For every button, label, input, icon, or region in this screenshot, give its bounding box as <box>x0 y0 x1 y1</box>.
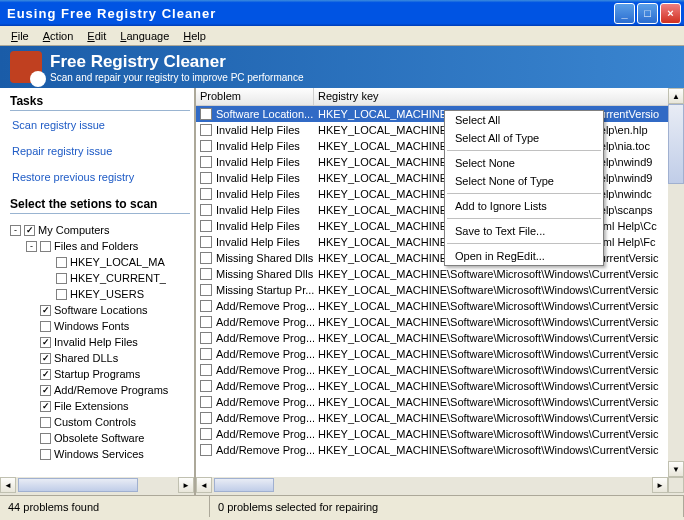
scroll-up-icon[interactable]: ▲ <box>668 88 684 104</box>
tree-item[interactable]: -My Computers <box>10 222 190 238</box>
list-row[interactable]: Software Location...HKEY_LOCAL_MACHINE\S… <box>196 106 684 122</box>
row-checkbox[interactable] <box>200 284 212 296</box>
list-row[interactable]: Add/Remove Prog...HKEY_LOCAL_MACHINE\Sof… <box>196 394 684 410</box>
tree-item[interactable]: -Files and Folders <box>10 238 190 254</box>
row-checkbox[interactable] <box>200 204 212 216</box>
tree-item[interactable]: Startup Programs <box>10 366 190 382</box>
tree-expander-icon[interactable]: - <box>26 241 37 252</box>
minimize-button[interactable]: _ <box>614 3 635 24</box>
tree-checkbox[interactable] <box>24 225 35 236</box>
list-row[interactable]: Invalid Help FilesHKEY_LOCAL_MACHINE\Sof… <box>196 218 684 234</box>
row-checkbox[interactable] <box>200 316 212 328</box>
row-checkbox[interactable] <box>200 268 212 280</box>
titlebar[interactable]: Eusing Free Registry Cleaner _ □ × <box>0 0 684 26</box>
context-menu-item[interactable]: Select None of Type <box>445 172 603 190</box>
tree-checkbox[interactable] <box>56 289 67 300</box>
tree-item[interactable]: Invalid Help Files <box>10 334 190 350</box>
list-row[interactable]: Invalid Help FilesHKEY_LOCAL_MACHINE\Sof… <box>196 154 684 170</box>
list-row[interactable]: Missing Shared DllsHKEY_LOCAL_MACHINE\So… <box>196 250 684 266</box>
row-checkbox[interactable] <box>200 412 212 424</box>
tree-item[interactable]: HKEY_USERS <box>10 286 190 302</box>
row-checkbox[interactable] <box>200 300 212 312</box>
tree-checkbox[interactable] <box>40 417 51 428</box>
row-checkbox[interactable] <box>200 396 212 408</box>
tree-item[interactable]: File Extensions <box>10 398 190 414</box>
context-menu-item[interactable]: Open in RegEdit... <box>445 247 603 265</box>
context-menu-item[interactable]: Select None <box>445 154 603 172</box>
list-row[interactable]: Missing Shared DllsHKEY_LOCAL_MACHINE\So… <box>196 266 684 282</box>
list-row[interactable]: Invalid Help FilesHKEY_LOCAL_MACHINE\Sof… <box>196 138 684 154</box>
row-checkbox[interactable] <box>200 188 212 200</box>
tree-item[interactable]: Obsolete Software <box>10 430 190 446</box>
row-checkbox[interactable] <box>200 380 212 392</box>
tree-item[interactable]: Software Locations <box>10 302 190 318</box>
tree-checkbox[interactable] <box>40 385 51 396</box>
context-menu-item[interactable]: Select All of Type <box>445 129 603 147</box>
tree-checkbox[interactable] <box>40 337 51 348</box>
row-checkbox[interactable] <box>200 124 212 136</box>
row-checkbox[interactable] <box>200 444 212 456</box>
list-row[interactable]: Add/Remove Prog...HKEY_LOCAL_MACHINE\Sof… <box>196 378 684 394</box>
row-checkbox[interactable] <box>200 252 212 264</box>
menu-file[interactable]: File <box>4 28 36 44</box>
scroll-down-icon[interactable]: ▼ <box>668 461 684 477</box>
tree-checkbox[interactable] <box>40 433 51 444</box>
col-registry-key[interactable]: Registry key <box>314 88 684 105</box>
tree-checkbox[interactable] <box>56 257 67 268</box>
tree-checkbox[interactable] <box>40 321 51 332</box>
row-checkbox[interactable] <box>200 108 212 120</box>
scroll-right-icon[interactable]: ► <box>652 477 668 493</box>
list-row[interactable]: Add/Remove Prog...HKEY_LOCAL_MACHINE\Sof… <box>196 298 684 314</box>
task-link[interactable]: Restore previous registry <box>12 171 190 183</box>
horizontal-scrollbar[interactable]: ◄ ► <box>196 477 684 495</box>
list-row[interactable]: Add/Remove Prog...HKEY_LOCAL_MACHINE\Sof… <box>196 442 684 458</box>
row-checkbox[interactable] <box>200 236 212 248</box>
scroll-left-icon[interactable]: ◄ <box>0 477 16 493</box>
list-row[interactable]: Add/Remove Prog...HKEY_LOCAL_MACHINE\Sof… <box>196 410 684 426</box>
list-row[interactable]: Invalid Help FilesHKEY_LOCAL_MACHINE\Sof… <box>196 202 684 218</box>
tree-checkbox[interactable] <box>40 353 51 364</box>
tree-checkbox[interactable] <box>40 305 51 316</box>
row-checkbox[interactable] <box>200 140 212 152</box>
list-row[interactable]: Invalid Help FilesHKEY_LOCAL_MACHINE\Sof… <box>196 186 684 202</box>
list-row[interactable]: Add/Remove Prog...HKEY_LOCAL_MACHINE\Sof… <box>196 330 684 346</box>
scroll-thumb[interactable] <box>668 104 684 184</box>
context-menu-item[interactable]: Add to Ignore Lists <box>445 197 603 215</box>
menu-help[interactable]: Help <box>176 28 213 44</box>
tree-checkbox[interactable] <box>40 241 51 252</box>
menu-language[interactable]: Language <box>113 28 176 44</box>
tree-item[interactable]: Windows Services <box>10 446 190 462</box>
task-link[interactable]: Scan registry issue <box>12 119 190 131</box>
list-row[interactable]: Invalid Help FilesHKEY_LOCAL_MACHINE\Sof… <box>196 122 684 138</box>
list-row[interactable]: Invalid Help FilesHKEY_LOCAL_MACHINE\Sof… <box>196 170 684 186</box>
tree-item[interactable]: HKEY_CURRENT_ <box>10 270 190 286</box>
row-checkbox[interactable] <box>200 172 212 184</box>
scroll-thumb[interactable] <box>18 478 138 492</box>
tree-item[interactable]: Windows Fonts <box>10 318 190 334</box>
close-button[interactable]: × <box>660 3 681 24</box>
list-row[interactable]: Missing Startup Pr...HKEY_LOCAL_MACHINE\… <box>196 282 684 298</box>
col-problem[interactable]: Problem <box>196 88 314 105</box>
scroll-left-icon[interactable]: ◄ <box>196 477 212 493</box>
context-menu-item[interactable]: Select All <box>445 111 603 129</box>
row-checkbox[interactable] <box>200 220 212 232</box>
vertical-scrollbar[interactable]: ▲ ▼ <box>668 88 684 477</box>
list-row[interactable]: Invalid Help FilesHKEY_LOCAL_MACHINE\Sof… <box>196 234 684 250</box>
tree-expander-icon[interactable]: - <box>10 225 21 236</box>
row-checkbox[interactable] <box>200 156 212 168</box>
list-row[interactable]: Add/Remove Prog...HKEY_LOCAL_MACHINE\Sof… <box>196 362 684 378</box>
tree-checkbox[interactable] <box>40 369 51 380</box>
menu-action[interactable]: Action <box>36 28 81 44</box>
menu-edit[interactable]: Edit <box>80 28 113 44</box>
context-menu-item[interactable]: Save to Text File... <box>445 222 603 240</box>
list-row[interactable]: Add/Remove Prog...HKEY_LOCAL_MACHINE\Sof… <box>196 346 684 362</box>
scroll-thumb[interactable] <box>214 478 274 492</box>
tree-checkbox[interactable] <box>56 273 67 284</box>
tree-item[interactable]: Shared DLLs <box>10 350 190 366</box>
maximize-button[interactable]: □ <box>637 3 658 24</box>
tree-item[interactable]: HKEY_LOCAL_MA <box>10 254 190 270</box>
left-scrollbar[interactable]: ◄ ► <box>0 477 194 495</box>
row-checkbox[interactable] <box>200 364 212 376</box>
tree-item[interactable]: Custom Controls <box>10 414 190 430</box>
task-link[interactable]: Repair registry issue <box>12 145 190 157</box>
